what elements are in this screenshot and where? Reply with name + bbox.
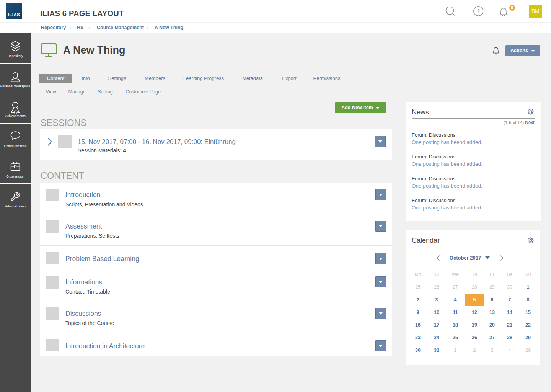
svg-text:?: ? bbox=[477, 8, 480, 14]
